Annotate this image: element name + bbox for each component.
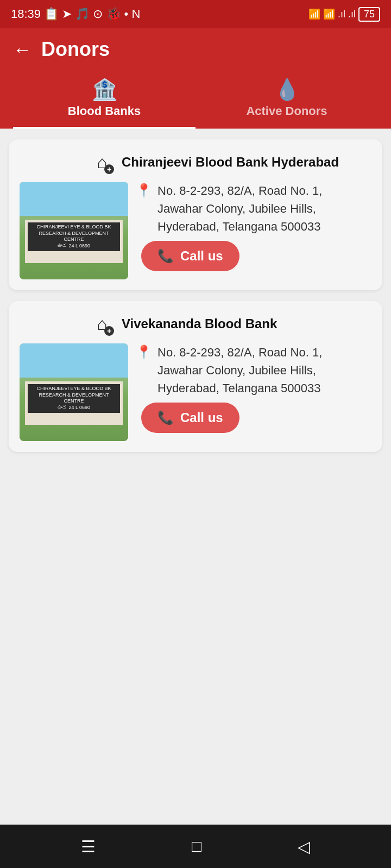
time-display: 18:39 <box>11 7 41 21</box>
card-1-image: CHIRANJEEVI EYE & BLOOD BK RESEARCH & DE… <box>20 182 128 279</box>
active-donors-icon: 💧 <box>274 79 300 100</box>
signal-icons: 📶 .ıl .ıl <box>323 8 356 20</box>
phone-icon-2: 📞 <box>157 410 174 425</box>
card-1-header: ⌂ + Chiranjeevi Blood Bank Hyderabad <box>20 150 371 174</box>
tab-active-donors[interactable]: 💧 Active Donors <box>195 74 378 129</box>
card-2-name: Vivekananda Blood Bank <box>122 316 277 331</box>
call-label-2: Call us <box>180 410 223 425</box>
bottom-nav: ☰ □ ◁ <box>0 825 391 868</box>
battery-indicator: 75 <box>358 7 380 22</box>
status-right-icons: 📶 📶 .ıl .ıl 75 <box>308 7 380 22</box>
call-button-2[interactable]: 📞 Call us <box>141 403 239 433</box>
battery-level: 75 <box>364 9 375 20</box>
card-1-info: 📍 No. 8-2-293, 82/A, Road No. 1,Jawahar … <box>136 182 371 279</box>
tab-bar: 🏦 Blood Banks 💧 Active Donors <box>13 74 378 129</box>
location-pin-icon-1: 📍 <box>136 183 152 198</box>
app-header: ← Donors 🏦 Blood Banks 💧 Active Donors <box>0 28 391 129</box>
page-title: Donors <box>41 38 110 61</box>
status-bar: 18:39 📋 ➤ 🎵 ⊙ 🐞 • N 📶 📶 .ıl .ıl 75 <box>0 0 391 28</box>
status-time: 18:39 📋 ➤ 🎵 ⊙ 🐞 • N <box>11 7 140 21</box>
blood-banks-icon: 🏦 <box>92 79 117 100</box>
blood-banks-label: Blood Banks <box>68 104 141 118</box>
hospital-icon-1: ⌂ + <box>90 150 114 174</box>
menu-button[interactable]: ☰ <box>70 832 106 861</box>
tab-blood-banks[interactable]: 🏦 Blood Banks <box>13 74 195 129</box>
hospital-icon-2: ⌂ + <box>90 312 114 336</box>
location-pin-icon-2: 📍 <box>136 344 152 360</box>
card-1-address: No. 8-2-293, 82/A, Road No. 1,Jawahar Co… <box>157 182 322 235</box>
content-area: ⌂ + Chiranjeevi Blood Bank Hyderabad CHI… <box>0 129 391 825</box>
phone-icon-1: 📞 <box>157 248 174 264</box>
back-nav-button[interactable]: ◁ <box>287 832 321 861</box>
card-2-info: 📍 No. 8-2-293, 82/A, Road No. 1,Jawahar … <box>136 343 371 441</box>
building-sign-1: CHIRANJEEVI EYE & BLOOD BK RESEARCH & DE… <box>28 222 120 251</box>
card-1-body: CHIRANJEEVI EYE & BLOOD BK RESEARCH & DE… <box>20 182 371 279</box>
plus-badge-2: + <box>104 326 114 336</box>
card-1-address-row: 📍 No. 8-2-293, 82/A, Road No. 1,Jawahar … <box>136 182 371 235</box>
blood-bank-card-1: ⌂ + Chiranjeevi Blood Bank Hyderabad CHI… <box>9 139 382 290</box>
plus-badge: + <box>104 164 114 174</box>
card-2-image: CHIRANJEEVI EYE & BLOOD BK RESEARCH & DE… <box>20 343 128 441</box>
card-2-header: ⌂ + Vivekananda Blood Bank <box>20 312 371 336</box>
building-sign-2: CHIRANJEEVI EYE & BLOOD BK RESEARCH & DE… <box>28 384 120 413</box>
call-label-1: Call us <box>180 248 223 264</box>
card-2-address-row: 📍 No. 8-2-293, 82/A, Road No. 1,Jawahar … <box>136 343 371 397</box>
card-1-name: Chiranjeevi Blood Bank Hyderabad <box>122 155 339 170</box>
wifi-icon: 📶 <box>308 8 320 20</box>
card-2-body: CHIRANJEEVI EYE & BLOOD BK RESEARCH & DE… <box>20 343 371 441</box>
active-donors-label: Active Donors <box>246 104 327 118</box>
home-button[interactable]: □ <box>181 832 212 861</box>
card-2-address: No. 8-2-293, 82/A, Road No. 1,Jawahar Co… <box>157 343 322 397</box>
status-icons: 📋 ➤ 🎵 ⊙ 🐞 • N <box>44 7 140 21</box>
blood-bank-card-2: ⌂ + Vivekananda Blood Bank CHIRANJEEVI E… <box>9 301 382 452</box>
back-button[interactable]: ← <box>13 39 31 60</box>
call-button-1[interactable]: 📞 Call us <box>141 241 239 271</box>
